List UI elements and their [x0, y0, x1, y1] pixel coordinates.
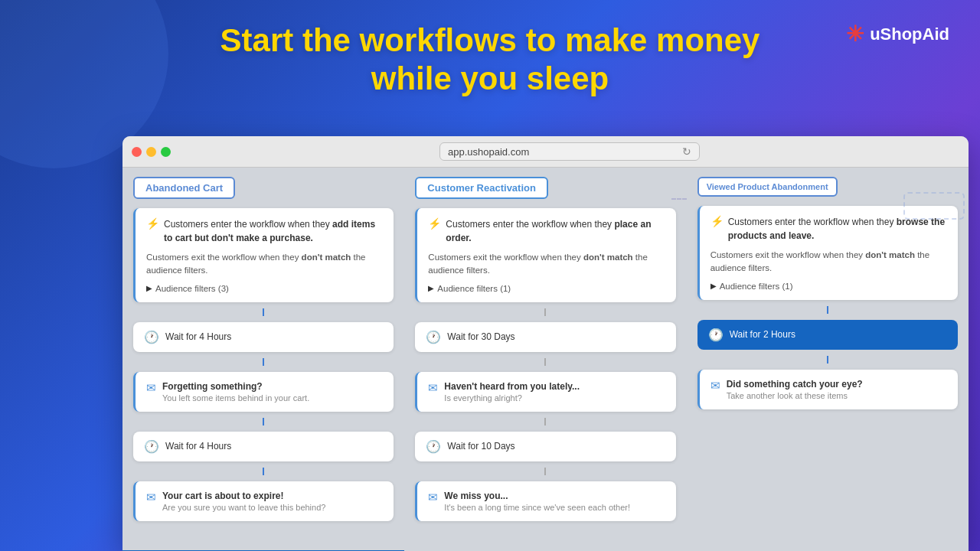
- mail-icon-1: ✉: [146, 381, 156, 395]
- customer-reactivation-column: Customer Reactivation ⚡ Customers enter …: [404, 168, 686, 551]
- wait-2-hours[interactable]: 🕐 Wait for 2 Hours: [697, 320, 958, 350]
- lightning-icon-2: ⚡: [428, 217, 441, 230]
- email-preview-4: It's been a long time since we've seen e…: [444, 503, 630, 512]
- mail-icon-3: ✉: [428, 381, 438, 395]
- audience-filter-label: Audience filters (3): [155, 284, 229, 293]
- audience-filter[interactable]: ▶ Audience filters (3): [146, 284, 383, 293]
- email-catch-eye[interactable]: ✉ Did something catch your eye? Take ano…: [697, 370, 958, 409]
- email-title-2: Your cart is about to expire!: [162, 491, 325, 501]
- viewed-exit-text: Customers exit the workflow when they do…: [710, 249, 947, 276]
- traffic-lights: [132, 147, 171, 157]
- connector-6: [544, 358, 546, 366]
- dashed-box-right: [903, 192, 965, 220]
- wait-label-4: Wait for 10 Days: [447, 441, 514, 452]
- wait-10-days[interactable]: 🕐 Wait for 10 Days: [415, 432, 675, 461]
- refresh-icon[interactable]: ↻: [682, 145, 691, 158]
- browser-chrome: app.ushopaid.com ↻: [122, 136, 969, 168]
- connector-9: [827, 306, 828, 314]
- connector-2: [263, 358, 264, 366]
- clock-icon-3: 🕐: [426, 330, 441, 344]
- address-bar[interactable]: app.ushopaid.com ↻: [439, 142, 700, 161]
- lightning-icon-3: ⚡: [710, 215, 724, 227]
- viewed-trigger[interactable]: ⚡ Customers enter the workflow when they…: [697, 206, 958, 300]
- email-title-5: Did something catch your eye?: [727, 379, 863, 390]
- email-title-4: We miss you...: [444, 491, 630, 501]
- wait-label-5: Wait for 2 Hours: [730, 329, 795, 340]
- wait-4-hours-2[interactable]: 🕐 Wait for 4 Hours: [133, 432, 394, 461]
- audience-filter-label-3: Audience filters (1): [720, 282, 793, 291]
- email-title-1: Forgetting something?: [162, 381, 309, 392]
- wait-30-days[interactable]: 🕐 Wait for 30 Days: [415, 322, 675, 352]
- reactivation-exit-text: Customers exit the workflow when they do…: [428, 251, 665, 278]
- connector-5: [544, 308, 546, 316]
- url-text: app.ushopaid.com: [448, 146, 529, 158]
- lightning-icon: ⚡: [146, 217, 159, 230]
- reactivation-trigger[interactable]: ⚡ Customers enter the workflow when they…: [415, 208, 675, 302]
- connector-10: [827, 356, 828, 364]
- trigger-exit-text: Customers exit the workflow when they do…: [146, 251, 383, 278]
- wait-label-1: Wait for 4 Hours: [165, 331, 231, 342]
- audience-filter-2[interactable]: ▶ Audience filters (1): [428, 284, 665, 293]
- clock-icon-2: 🕐: [144, 439, 159, 454]
- mail-icon-5: ✉: [710, 379, 720, 393]
- close-button[interactable]: [132, 147, 142, 157]
- customer-reactivation-tab[interactable]: Customer Reactivation: [415, 177, 548, 199]
- clock-icon-5: 🕐: [708, 328, 724, 342]
- connector-3: [263, 418, 264, 425]
- connector-1: [263, 308, 264, 316]
- dashed-hint: [671, 198, 687, 200]
- email-preview-2: Are you sure you want to leave this behi…: [162, 503, 325, 512]
- audience-filter-label-2: Audience filters (1): [437, 284, 511, 293]
- page-title: Start the workflows to make money while …: [0, 21, 980, 99]
- email-havent-heard[interactable]: ✉ Haven't heard from you lately... Is ev…: [415, 372, 675, 412]
- maximize-button[interactable]: [161, 147, 171, 157]
- email-cart-expire[interactable]: ✉ Your cart is about to expire! Are you …: [133, 481, 394, 521]
- email-preview-5: Take another look at these items: [727, 391, 863, 400]
- abandoned-cart-trigger[interactable]: ⚡ Customers enter the workflow when they…: [133, 208, 394, 302]
- connector-7: [544, 418, 546, 425]
- email-miss-you[interactable]: ✉ We miss you... It's been a long time s…: [415, 481, 675, 521]
- viewed-product-column: Viewed Product Abandonment ⚡ Customers e…: [687, 168, 969, 551]
- clock-icon: 🕐: [144, 330, 159, 344]
- clock-icon-4: 🕐: [426, 439, 441, 454]
- minimize-button[interactable]: [146, 147, 156, 157]
- connector-4: [263, 468, 264, 475]
- audience-filter-3[interactable]: ▶ Audience filters (1): [710, 282, 947, 291]
- mail-icon-4: ✉: [428, 491, 438, 504]
- wait-4-hours-1[interactable]: 🕐 Wait for 4 Hours: [133, 322, 394, 352]
- browser-window: app.ushopaid.com ↻ Abandoned Cart ⚡ Cust…: [122, 136, 969, 551]
- email-forgetting[interactable]: ✉ Forgetting something? You left some it…: [133, 372, 394, 412]
- connector-8: [544, 468, 546, 475]
- email-title-3: Haven't heard from you lately...: [444, 381, 580, 392]
- abandoned-cart-column: Abandoned Cart ⚡ Customers enter the wor…: [122, 168, 404, 551]
- email-preview-1: You left some items behind in your cart.: [162, 393, 309, 403]
- abandoned-cart-tab[interactable]: Abandoned Cart: [133, 177, 235, 199]
- mail-icon-2: ✉: [146, 491, 156, 504]
- reactivation-entry-text: Customers enter the workflow when they p…: [446, 217, 665, 245]
- workflow-canvas: Abandoned Cart ⚡ Customers enter the wor…: [122, 168, 969, 551]
- viewed-product-tab[interactable]: Viewed Product Abandonment: [697, 177, 838, 197]
- page-header: Start the workflows to make money while …: [0, 0, 980, 99]
- wait-label-2: Wait for 4 Hours: [165, 441, 231, 452]
- trigger-entry-text: Customers enter the workflow when they a…: [164, 217, 383, 245]
- wait-label-3: Wait for 30 Days: [447, 331, 514, 342]
- email-preview-3: Is everything alright?: [444, 393, 580, 403]
